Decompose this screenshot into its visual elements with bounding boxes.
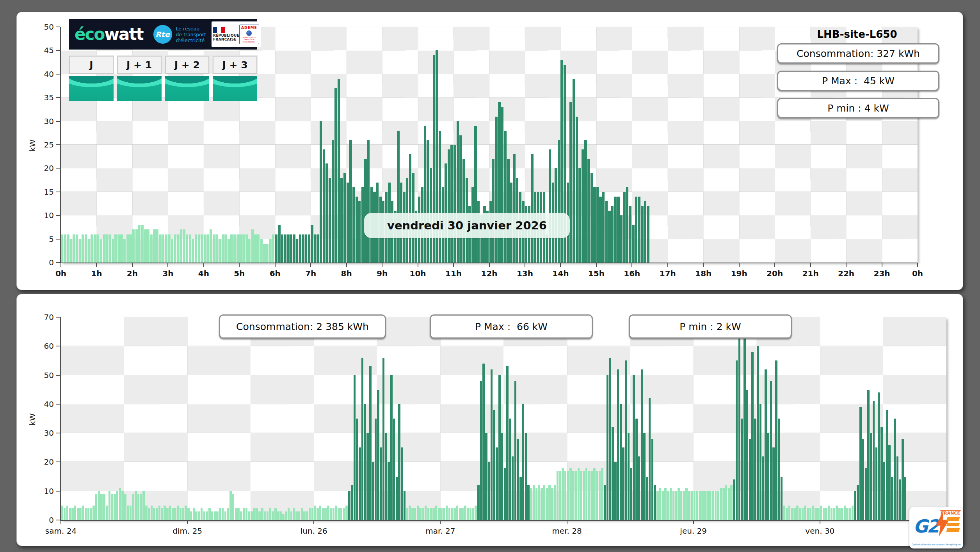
bar (551, 488, 553, 520)
bar (558, 140, 560, 263)
bar (266, 244, 269, 263)
bar (604, 485, 606, 520)
bar (108, 491, 111, 520)
bar (91, 234, 93, 263)
bar (495, 117, 498, 263)
bar (817, 508, 820, 520)
bar (311, 508, 314, 520)
y-tick-label: 20 (44, 457, 54, 467)
bar (248, 511, 250, 520)
bar (261, 508, 263, 520)
bar (345, 506, 348, 520)
y-tick-label: 40 (44, 399, 54, 409)
x-tick-label: 12h (481, 269, 497, 278)
bar (248, 239, 251, 263)
day-tab-2[interactable]: J + 2 (165, 56, 210, 74)
bar (61, 234, 63, 263)
y-axis-title: kW (28, 139, 37, 151)
v-gridline (703, 27, 704, 263)
bar (359, 447, 361, 520)
y-tick (56, 491, 60, 492)
bar (728, 488, 730, 520)
bar (332, 140, 334, 263)
bar (643, 433, 646, 520)
bar (743, 329, 746, 520)
bar (641, 369, 643, 520)
bar (103, 234, 105, 263)
bar (538, 485, 540, 520)
y-tick (56, 144, 60, 145)
bar (229, 491, 232, 520)
bar (448, 149, 450, 263)
ecowatt-gauge-0[interactable] (69, 76, 114, 101)
bar (338, 508, 340, 520)
bar (554, 485, 556, 520)
bar (98, 491, 100, 520)
x-tick (846, 263, 847, 267)
bar (153, 229, 155, 263)
y-tick (56, 262, 60, 263)
bar (201, 508, 203, 520)
x-tick-label: 16h (624, 269, 640, 278)
bar (319, 506, 322, 520)
ecowatt-logo: écowatt Rte Le réseau de transport d'éle… (69, 19, 257, 50)
bar (617, 197, 619, 263)
bar (66, 506, 69, 520)
bar (61, 506, 63, 520)
bar (656, 491, 659, 520)
bar (267, 511, 269, 520)
y-tick (56, 433, 60, 433)
bar (475, 506, 477, 520)
day-tab-0[interactable]: J (69, 56, 114, 74)
bar (409, 154, 411, 263)
bar (168, 234, 170, 263)
bar (76, 234, 78, 263)
day-tab-3[interactable]: J + 3 (213, 56, 257, 74)
bar (849, 508, 851, 520)
bar (311, 225, 313, 263)
day-tab-1[interactable]: J + 1 (117, 56, 162, 74)
bar (799, 508, 801, 520)
v-gridline (668, 27, 668, 263)
bar (390, 375, 393, 520)
bar (435, 506, 438, 520)
bar (317, 234, 319, 263)
bar (775, 360, 777, 520)
bar (559, 471, 561, 520)
energy-dashboard: { "window": { "background": "#636363", "… (0, 0, 980, 552)
x-tick (667, 263, 668, 267)
ecowatt-gauge-1[interactable] (117, 76, 162, 101)
bar (427, 140, 429, 263)
stat-badge: P min : 2 kW (629, 314, 792, 339)
bar (485, 433, 487, 520)
bar (290, 234, 292, 263)
bar (349, 140, 352, 263)
y-tick-label: 40 (44, 69, 54, 79)
bar (496, 447, 498, 520)
bar (142, 491, 145, 520)
bar (461, 508, 464, 520)
bar (541, 488, 543, 520)
x-tick (346, 263, 347, 267)
stat-badge: Consommation: 327 kWh (777, 43, 939, 64)
bar (522, 404, 525, 520)
bar (215, 234, 218, 263)
bar (569, 102, 572, 263)
ecowatt-gauge-2[interactable] (165, 76, 210, 101)
x-tick (596, 263, 597, 267)
bar (491, 369, 493, 520)
bar (82, 234, 84, 263)
x-tick-label: sam. 24 (45, 526, 76, 536)
ecowatt-gauge-3[interactable] (213, 76, 257, 101)
v-gridline (314, 317, 314, 520)
h-gridline (61, 404, 946, 404)
bar (130, 506, 132, 520)
bar (351, 485, 353, 520)
bar (287, 234, 289, 263)
bar (260, 239, 263, 263)
x-tick-label: 10h (410, 269, 426, 278)
bar (504, 131, 507, 263)
bar (513, 154, 515, 263)
stat-badge: P min : 4 kW (777, 98, 939, 118)
bar (667, 491, 669, 520)
